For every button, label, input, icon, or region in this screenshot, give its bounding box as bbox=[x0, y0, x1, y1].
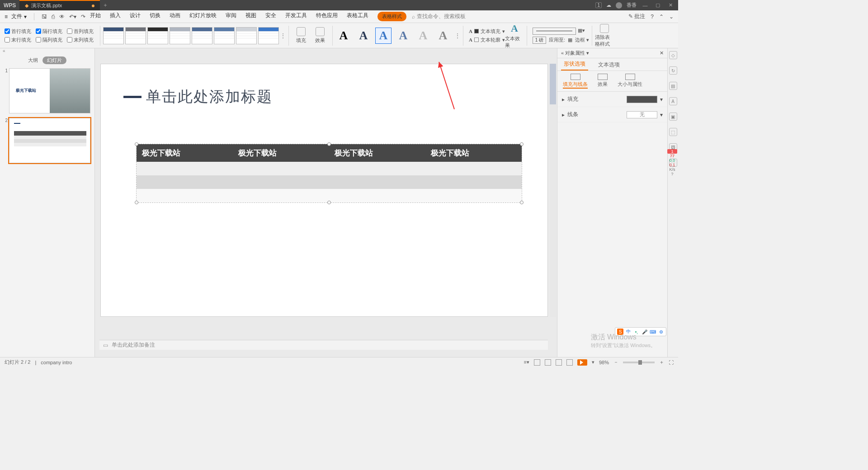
menu-item[interactable]: 审阅 bbox=[226, 12, 236, 21]
doc-tab-label: 演示文稿.pptx bbox=[31, 2, 62, 9]
menu-item[interactable]: 安全 bbox=[265, 12, 276, 21]
scrollbar[interactable] bbox=[550, 64, 556, 317]
table-object[interactable]: 极光下载站 极光下载站 极光下载站 极光下载站 bbox=[136, 144, 522, 203]
zoom-in-icon[interactable]: ＋ bbox=[659, 359, 664, 366]
annotate-button[interactable]: ✎ 批注 bbox=[628, 13, 645, 20]
table-header[interactable]: 极光下载站 bbox=[425, 144, 522, 162]
chevron-up-icon[interactable]: ⌃ bbox=[659, 14, 664, 20]
menu-item[interactable]: 视图 bbox=[245, 12, 256, 21]
apply-grid-icon[interactable]: ▦ bbox=[568, 37, 572, 43]
paint-icon bbox=[297, 27, 306, 36]
border-button[interactable]: 边框 ▾ bbox=[575, 37, 589, 43]
subtab-fill-line[interactable]: 填充与线条 bbox=[563, 74, 588, 89]
view-notes-icon[interactable] bbox=[566, 359, 573, 366]
text-effect-button[interactable]: A文本效果 bbox=[505, 23, 524, 49]
redo-icon[interactable]: ↷ bbox=[81, 14, 85, 20]
slideshow-button[interactable] bbox=[577, 359, 587, 366]
doc-tab[interactable]: ◆ 演示文稿.pptx bbox=[19, 0, 100, 10]
subtab-size[interactable]: 大小与属性 bbox=[618, 74, 642, 89]
menu-item[interactable]: 开发工具 bbox=[285, 12, 307, 21]
text-outline-button[interactable]: A文本轮廓 ▾ bbox=[469, 37, 505, 43]
chk-last-row[interactable]: 末行填充 bbox=[5, 37, 31, 43]
wordart-gallery[interactable]: A A A A A A ⋮ bbox=[335, 28, 460, 44]
chk-first-row[interactable]: 首行填充 bbox=[5, 28, 31, 35]
cloud-icon[interactable]: ☁ bbox=[606, 2, 611, 8]
view-normal-icon[interactable] bbox=[534, 359, 540, 366]
fill-button[interactable]: 填充 bbox=[292, 27, 311, 44]
slide-canvas[interactable]: 单击此处添加标题 极光下载站 极光下载站 极光下载站 极光下载站 bbox=[100, 64, 548, 317]
chk-first-col[interactable]: 首列填充 bbox=[67, 28, 94, 35]
slide-thumb[interactable]: 2 bbox=[3, 118, 92, 163]
preview-icon[interactable]: 👁 bbox=[59, 14, 65, 20]
table-header[interactable]: 极光下载站 bbox=[233, 144, 329, 162]
zoom-slider[interactable] bbox=[623, 362, 655, 363]
clear-icon bbox=[600, 24, 609, 33]
gutter-icon[interactable]: ⬚ bbox=[669, 128, 677, 136]
tab-text-options[interactable]: 文本选项 bbox=[595, 59, 623, 70]
text-fill-button[interactable]: A文本填充 ▾ bbox=[469, 28, 505, 35]
save-icon[interactable]: 🖫 bbox=[42, 14, 47, 20]
minimize-button[interactable]: — bbox=[641, 3, 649, 8]
clear-style-button[interactable]: 清除表格样式 bbox=[595, 24, 614, 47]
search-icon: ⌕ bbox=[412, 14, 415, 20]
gutter-icon[interactable]: ↻ bbox=[669, 66, 677, 75]
menu-item-active[interactable]: 表格样式 bbox=[377, 12, 406, 21]
chk-last-col[interactable]: 末列填充 bbox=[67, 37, 94, 43]
title-placeholder[interactable]: 单击此处添加标题 bbox=[146, 87, 273, 107]
view-sorter-icon[interactable] bbox=[545, 359, 551, 366]
line-style-select[interactable] bbox=[533, 28, 576, 35]
menu-item[interactable]: 开始 bbox=[90, 12, 101, 21]
fit-icon[interactable]: ⛶ bbox=[669, 360, 674, 365]
menu-item[interactable]: 特色应用 bbox=[316, 12, 338, 21]
table-header[interactable]: 极光下载站 bbox=[137, 144, 233, 162]
title-bar: WPS ◆ 演示文稿.pptx ＋ 1 ☁ 香香 — ▢ ✕ bbox=[0, 0, 678, 10]
close-panel-icon[interactable]: ✕ bbox=[660, 50, 664, 56]
help-icon[interactable]: ? bbox=[651, 14, 654, 20]
line-none[interactable]: 无 bbox=[627, 111, 657, 118]
command-search[interactable]: ⌕ 查找命令、搜索模板 bbox=[412, 13, 466, 20]
section-line[interactable]: ▸ 线条无▾ bbox=[557, 107, 667, 122]
menu-item[interactable]: 幻灯片放映 bbox=[189, 12, 217, 21]
menu-item[interactable]: 动画 bbox=[170, 12, 180, 21]
tab-shape-options[interactable]: 形状选项 bbox=[561, 58, 588, 70]
window-count-badge[interactable]: 1 bbox=[595, 2, 602, 8]
slide-thumb[interactable]: 1 极光下载站 bbox=[3, 68, 92, 113]
hamburger-icon[interactable]: ≡ bbox=[5, 14, 8, 20]
menu-item[interactable]: 设计 bbox=[130, 12, 141, 21]
tab-slides[interactable]: 幻灯片 bbox=[42, 56, 66, 64]
file-menu[interactable]: 文件▾ bbox=[9, 13, 29, 20]
zoom-out-icon[interactable]: － bbox=[613, 359, 618, 366]
close-button[interactable]: ✕ bbox=[666, 2, 675, 8]
chk-banded-row[interactable]: 隔行填充 bbox=[36, 28, 62, 35]
notes-bar[interactable]: ▭单击此处添加备注 bbox=[99, 340, 548, 350]
undo-icon[interactable]: ↶▾ bbox=[69, 14, 76, 20]
section-fill[interactable]: ▸ 填充▾ bbox=[557, 92, 667, 107]
tab-outline[interactable]: 大纲 bbox=[28, 57, 38, 64]
avatar-icon[interactable] bbox=[616, 2, 622, 9]
zoom-level[interactable]: 98% bbox=[599, 360, 609, 365]
menu-item[interactable]: 表格工具 bbox=[347, 12, 368, 21]
gutter-icon[interactable]: ◇ bbox=[669, 51, 677, 59]
print-icon[interactable]: ⎙ bbox=[52, 14, 55, 20]
weight-select[interactable]: 1 磅 bbox=[533, 37, 546, 44]
menu-item[interactable]: 切换 bbox=[150, 12, 160, 21]
table-style-gallery[interactable]: ⋮ bbox=[103, 27, 286, 44]
menu-bar: ≡ 文件▾ 🖫 ⎙ 👁 ↶▾ ↷ 开始 插入 设计 切换 动画 幻灯片放映 审阅… bbox=[0, 10, 678, 23]
view-reading-icon[interactable] bbox=[556, 359, 562, 366]
collapse-left-icon[interactable]: « bbox=[3, 48, 5, 55]
subtab-effect[interactable]: 效果 bbox=[598, 74, 608, 89]
line-color-button[interactable]: ▦▾ bbox=[578, 28, 585, 35]
fill-swatch[interactable] bbox=[627, 96, 657, 103]
gutter-icon[interactable]: ▣ bbox=[669, 113, 677, 121]
chk-banded-col[interactable]: 隔列填充 bbox=[36, 37, 62, 43]
notes-toggle-icon[interactable]: ≡▾ bbox=[524, 359, 529, 365]
menu-item[interactable]: 插入 bbox=[110, 12, 121, 21]
effect-button[interactable]: 效果 bbox=[311, 27, 330, 44]
notes-icon: ▭ bbox=[103, 342, 108, 348]
gutter-icon[interactable]: A bbox=[669, 97, 677, 105]
table-header[interactable]: 极光下载站 bbox=[329, 144, 425, 162]
gutter-icon[interactable]: ▤ bbox=[669, 82, 677, 90]
chevron-down-icon[interactable]: ⌄ bbox=[669, 14, 674, 20]
restore-button[interactable]: ▢ bbox=[654, 2, 662, 8]
new-tab-button[interactable]: ＋ bbox=[100, 1, 111, 9]
